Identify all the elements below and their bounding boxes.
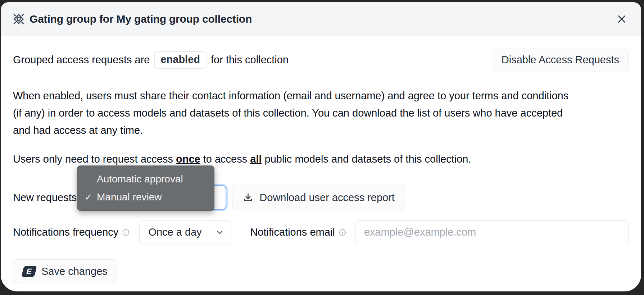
dropdown-option-automatic-approval[interactable]: Automatic approval [77,170,214,188]
status-badge: enabled [154,51,207,69]
status-row: Grouped access requests are enabled for … [13,49,629,71]
dropdown-option-manual-review[interactable]: ✓ Manual review [77,188,214,206]
gated-shield-icon [12,12,26,26]
chevron-down-icon [215,228,225,237]
modal-header: Gating group for My gating group collect… [1,2,641,36]
p2-once-emphasis: once [176,153,200,165]
new-requests-label: New requests: [13,192,80,204]
new-requests-dropdown-popup: Automatic approval ✓ Manual review [77,165,214,211]
info-icon [339,228,346,236]
new-requests-row: New requests: Download user access repor… [13,184,629,211]
p2-all-emphasis: all [250,153,262,165]
close-button[interactable] [614,11,630,27]
status-text-after: for this collection [211,54,289,66]
download-icon [242,192,254,203]
dropdown-option-label: Manual review [97,191,162,203]
request-once-paragraph: Users only need to request access once t… [13,150,629,168]
modal-title: Gating group for My gating group collect… [30,13,252,25]
download-user-access-report-button[interactable]: Download user access report [232,185,405,210]
modal-body: Grouped access requests are enabled for … [1,36,641,291]
p2-segment: to access [200,153,250,165]
save-button-label: Save changes [41,266,108,277]
notifications-row: Notifications frequency Once a day Notif… [13,220,629,244]
status-text-before: Grouped access requests are [13,54,150,66]
gating-group-modal: Gating group for My gating group collect… [1,2,641,291]
description-paragraph: When enabled, users must share their con… [13,87,569,139]
selected-check-icon: ✓ [85,192,97,203]
notifications-email-input[interactable] [355,220,629,244]
dropdown-option-label: Automatic approval [97,173,183,185]
save-changes-button[interactable]: E Save changes [13,259,117,283]
notifications-frequency-select[interactable]: Once a day [139,220,231,244]
close-icon [616,14,627,24]
info-icon [122,228,130,236]
p2-segment: Users only need to request access [13,153,176,165]
notifications-frequency-label: Notifications frequency [13,226,118,238]
disable-access-requests-button[interactable]: Disable Access Requests [492,49,629,71]
download-button-label: Download user access report [259,192,395,204]
frequency-selected-value: Once a day [148,226,201,238]
enterprise-badge-icon: E [21,266,37,277]
notifications-email-label: Notifications email [250,226,335,238]
save-row: E Save changes [13,259,629,283]
p2-segment: public models and datasets of this colle… [262,153,471,165]
